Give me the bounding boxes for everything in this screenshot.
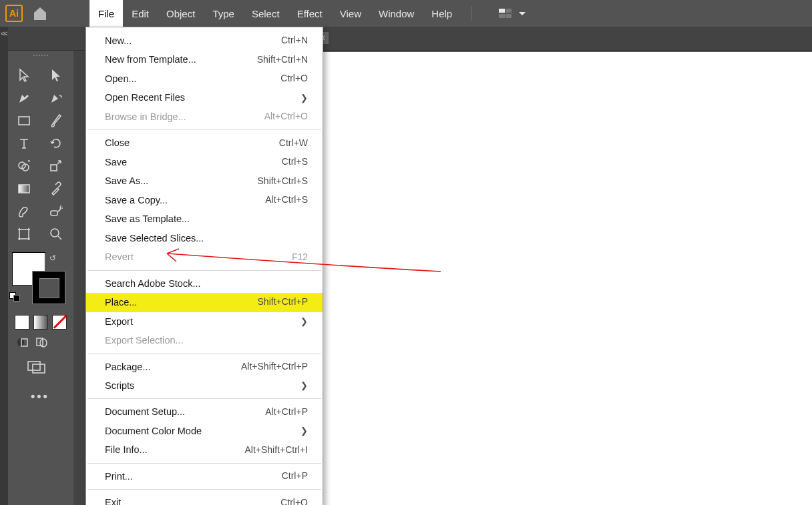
menu-item-document-setup[interactable]: Document Setup...Alt+Ctrl+P (86, 402, 323, 421)
paintbrush-tool[interactable] (42, 109, 70, 132)
screen-mode-icon[interactable] (27, 360, 73, 378)
menu-separator (87, 354, 321, 354)
menu-item-save-as-template[interactable]: Save as Template... (86, 209, 323, 228)
svg-rect-8 (19, 229, 29, 239)
menu-item-search-adobe-stock[interactable]: Search Adobe Stock... (86, 274, 323, 293)
menu-item-save[interactable]: SaveCtrl+S (86, 153, 323, 171)
color-gradient[interactable] (33, 315, 48, 330)
svg-rect-14 (28, 362, 40, 370)
default-fill-stroke-icon[interactable] (9, 292, 20, 303)
artboard-tool[interactable] (10, 223, 38, 245)
menu-item-save-selected-slices[interactable]: Save Selected Slices... (86, 229, 323, 247)
stroke-swatch[interactable] (32, 271, 65, 304)
menu-select[interactable]: Select (243, 0, 288, 27)
color-mode-row (8, 315, 73, 330)
chevron-down-icon (519, 12, 526, 15)
svg-rect-5 (51, 211, 57, 215)
menu-separator (87, 463, 321, 464)
draw-normal-icon[interactable] (16, 336, 29, 351)
menu-item-scripts[interactable]: Scripts❯ (86, 376, 323, 395)
type-tool[interactable] (10, 132, 38, 155)
blob-brush-tool[interactable] (10, 200, 38, 223)
menu-item-new-from-template[interactable]: New from Template...Shift+Ctrl+N (86, 50, 323, 69)
menu-item-save-as[interactable]: Save As...Shift+Ctrl+S (86, 171, 323, 190)
menu-object[interactable]: Object (158, 0, 204, 27)
menu-item-open-recent-files[interactable]: Open Recent Files❯ (86, 88, 323, 107)
selection-tool[interactable] (10, 64, 38, 87)
svg-point-10 (17, 338, 24, 346)
menu-edit[interactable]: Edit (123, 0, 158, 27)
menu-item-document-color-mode[interactable]: Document Color Mode❯ (86, 422, 323, 440)
svg-point-13 (40, 339, 47, 347)
rectangle-tool[interactable] (10, 109, 38, 132)
menu-item-open[interactable]: Open...Ctrl+O (86, 69, 323, 88)
menu-help[interactable]: Help (423, 0, 461, 27)
svg-point-9 (51, 229, 59, 237)
menu-separator (87, 489, 321, 490)
menu-separator (87, 129, 321, 130)
fill-stroke-swatch[interactable]: ↺ (8, 252, 73, 312)
workspace-switcher[interactable] (499, 9, 526, 18)
menu-item-browse-in-bridge: Browse in Bridge...Alt+Ctrl+O (86, 107, 323, 126)
pen-tool[interactable] (10, 87, 38, 109)
menu-items: FileEditObjectTypeSelectEffectViewWindow… (89, 0, 461, 27)
color-solid[interactable] (15, 315, 29, 330)
menu-separator (87, 270, 321, 271)
rotate-tool[interactable] (42, 132, 70, 155)
workspace-icon (499, 9, 512, 18)
menu-item-export[interactable]: Export❯ (86, 312, 323, 331)
panel-grip-icon[interactable] (8, 55, 73, 60)
menu-item-package[interactable]: Package...Alt+Shift+Ctrl+P (86, 358, 323, 376)
app-logo-icon: Ai (5, 5, 23, 22)
svg-point-6 (60, 205, 61, 207)
zoom-tool[interactable] (42, 223, 70, 245)
svg-rect-3 (51, 165, 57, 171)
menu-effect[interactable]: Effect (288, 0, 331, 27)
menubar: Ai FileEditObjectTypeSelectEffectViewWin… (0, 0, 812, 27)
menu-item-close[interactable]: CloseCtrl+W (86, 133, 323, 152)
svg-rect-0 (19, 117, 29, 125)
draw-mode-row (8, 336, 73, 351)
menu-item-revert: RevertF12 (86, 247, 323, 266)
svg-rect-4 (19, 185, 29, 193)
panel-collapse-strip[interactable]: << (0, 27, 8, 505)
eyedropper-tool[interactable] (42, 177, 70, 200)
menu-type[interactable]: Type (204, 0, 243, 27)
menu-item-new[interactable]: New...Ctrl+N (86, 31, 323, 50)
menu-file[interactable]: File (89, 0, 123, 27)
curvature-tool[interactable] (42, 87, 70, 109)
menu-window[interactable]: Window (370, 0, 423, 27)
svg-rect-15 (33, 364, 45, 373)
menu-item-exit[interactable]: ExitCtrl+Q (86, 493, 323, 505)
menu-item-place[interactable]: Place...Shift+Ctrl+P (86, 293, 323, 312)
menu-divider (471, 6, 472, 21)
svg-point-7 (61, 207, 63, 209)
swap-fill-stroke-icon[interactable]: ↺ (49, 254, 56, 263)
direct-selection-tool[interactable] (42, 64, 70, 87)
menu-item-file-info[interactable]: File Info...Alt+Shift+Ctrl+I (86, 440, 323, 459)
symbol-sprayer-tool[interactable] (42, 200, 70, 223)
menu-item-print[interactable]: Print...Ctrl+P (86, 467, 323, 486)
menu-view[interactable]: View (331, 0, 370, 27)
scale-tool[interactable] (42, 155, 70, 177)
edit-toolbar-icon[interactable]: ••• (31, 390, 73, 404)
menu-item-export-selection: Export Selection... (86, 331, 323, 350)
menu-item-save-a-copy[interactable]: Save a Copy...Alt+Ctrl+S (86, 191, 323, 209)
home-icon[interactable] (31, 4, 49, 23)
tools-panel: ↺ ••• (8, 51, 73, 404)
shape-builder-tool[interactable] (10, 155, 38, 177)
color-none[interactable] (52, 315, 67, 330)
gradient-tool[interactable] (10, 177, 38, 200)
draw-behind-icon[interactable] (35, 336, 48, 351)
file-menu-dropdown: New...Ctrl+NNew from Template...Shift+Ct… (85, 27, 323, 505)
artboard-canvas[interactable] (260, 52, 812, 505)
menu-separator (87, 398, 321, 399)
